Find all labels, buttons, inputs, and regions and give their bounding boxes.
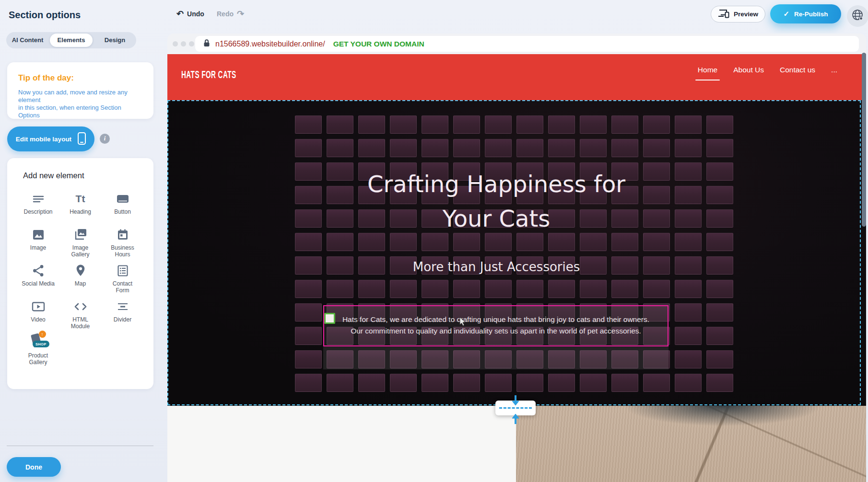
site-url: n1566589.websitebuilder.online/ xyxy=(215,40,325,48)
element-label: Description xyxy=(23,208,52,215)
phone-icon xyxy=(78,132,86,146)
add-element-video[interactable]: Video xyxy=(17,298,59,332)
tab-elements[interactable]: Elements xyxy=(50,34,93,47)
undo-button[interactable]: ↶ Undo xyxy=(176,10,204,18)
element-label: Business Hours xyxy=(111,244,134,258)
add-element-product-gallery[interactable]: ↑ SHOP Product Gallery xyxy=(17,334,59,368)
element-label: Product Gallery xyxy=(28,352,48,366)
hero-heading[interactable]: Crafting Happiness for Your Cats xyxy=(167,167,825,236)
info-icon[interactable]: i xyxy=(100,134,110,144)
address-bar[interactable]: n1566589.websitebuilder.online/ GET YOUR… xyxy=(195,36,859,52)
add-element-description[interactable]: Description xyxy=(17,191,59,224)
add-element-title: Add new element xyxy=(7,171,153,180)
add-element-divider[interactable]: Divider xyxy=(102,298,144,332)
window-dots xyxy=(173,41,194,46)
video-icon xyxy=(32,298,45,313)
contact-form-icon xyxy=(117,263,129,277)
heading-icon: Tt xyxy=(76,191,85,205)
site-nav: Home About Us Contact us ... xyxy=(698,66,837,80)
image-gallery-icon xyxy=(74,227,87,241)
mouse-cursor xyxy=(459,317,466,328)
element-label: Social Media xyxy=(22,280,55,287)
html-module-icon xyxy=(74,298,87,313)
add-element-contact-form[interactable]: Contact Form xyxy=(102,263,144,296)
image-icon xyxy=(32,227,45,241)
undo-label: Undo xyxy=(187,10,204,18)
redo-label: Redo xyxy=(217,10,234,18)
hero-section[interactable]: Crafting Happiness for Your Cats More th… xyxy=(167,100,866,406)
floor-photo xyxy=(516,406,866,482)
element-label: HTML Module xyxy=(71,316,90,330)
get-domain-link[interactable]: GET YOUR OWN DOMAIN xyxy=(333,40,424,48)
page-title: Section options xyxy=(9,10,81,21)
add-element-grid: Description Tt Heading Button Image xyxy=(7,191,153,368)
hero-heading-line2: Your Cats xyxy=(167,201,825,236)
element-label: Video xyxy=(31,316,45,323)
browser-preview: n1566589.websitebuilder.online/ GET YOUR… xyxy=(167,34,866,482)
panel-divider xyxy=(7,446,153,446)
add-element-image[interactable]: Image xyxy=(17,227,59,260)
business-hours-icon xyxy=(117,227,129,241)
upload-arrow-icon: ↑ xyxy=(39,331,46,338)
hero-heading-line1: Crafting Happiness for xyxy=(167,167,825,201)
hero-subheading[interactable]: More than Just Accessories xyxy=(167,260,825,274)
nav-contact-us[interactable]: Contact us xyxy=(780,66,815,80)
add-element-image-gallery[interactable]: Image Gallery xyxy=(59,227,102,260)
language-globe-button[interactable] xyxy=(847,5,868,27)
add-element-button[interactable]: Button xyxy=(102,191,144,224)
window-dot xyxy=(189,41,194,46)
element-label: Heading xyxy=(70,208,91,215)
product-gallery-icon: ↑ SHOP xyxy=(30,334,47,349)
app: Section options ↶ Undo Redo ↷ Preview ✓ … xyxy=(0,0,868,482)
element-label: Image xyxy=(30,244,46,251)
add-element-heading[interactable]: Tt Heading xyxy=(59,191,102,224)
redo-button[interactable]: Redo ↷ xyxy=(217,10,244,18)
republish-label: Re-Publish xyxy=(794,11,828,18)
add-element-html-module[interactable]: HTML Module xyxy=(59,298,102,332)
map-pin-icon xyxy=(74,263,87,277)
element-drag-handle[interactable] xyxy=(324,313,335,324)
done-button[interactable]: Done xyxy=(7,457,61,477)
hover-highlight-band xyxy=(323,346,669,369)
description-icon xyxy=(32,191,45,205)
hero-paragraph[interactable]: Hats for Cats, we are dedicated to craft… xyxy=(328,314,663,337)
browser-chrome: n1566589.websitebuilder.online/ GET YOUR… xyxy=(167,34,866,54)
redo-icon: ↷ xyxy=(237,10,244,18)
republish-button[interactable]: ✓ Re-Publish xyxy=(770,4,841,23)
add-element-business-hours[interactable]: Business Hours xyxy=(102,227,144,260)
page-scrollbar[interactable] xyxy=(862,53,866,227)
button-icon xyxy=(116,191,129,205)
section-resize-handle[interactable] xyxy=(495,395,536,424)
add-element-map[interactable]: Map xyxy=(59,263,102,296)
site-logo[interactable]: HATS FOR CATS xyxy=(181,69,236,81)
panel-tabs: AI Content Elements Design xyxy=(6,32,136,48)
element-label: Contact Form xyxy=(113,280,132,294)
lock-icon xyxy=(203,39,210,49)
window-dot xyxy=(181,41,186,46)
shop-badge: SHOP xyxy=(33,341,49,347)
preview-button[interactable]: Preview xyxy=(711,6,765,23)
nav-more-ellipsis[interactable]: ... xyxy=(831,66,837,80)
element-label: Button xyxy=(114,208,131,215)
globe-icon xyxy=(851,9,864,23)
tab-ai-content[interactable]: AI Content xyxy=(6,34,49,47)
nav-about-us[interactable]: About Us xyxy=(733,66,764,80)
add-element-panel: Add new element Description Tt Heading B… xyxy=(7,158,153,389)
tip-of-the-day-card: Tip of the day: Now you can add, move an… xyxy=(7,62,153,119)
social-media-icon xyxy=(32,263,45,277)
element-label: Image Gallery xyxy=(71,244,89,258)
edit-mobile-layout-button[interactable]: Edit mobile layout xyxy=(7,126,94,151)
undo-icon: ↶ xyxy=(176,10,184,18)
site-header[interactable]: HATS FOR CATS Home About Us Contact us .… xyxy=(167,54,866,100)
devices-icon xyxy=(718,9,729,20)
tab-design[interactable]: Design xyxy=(94,34,136,47)
check-icon: ✓ xyxy=(783,10,789,18)
divider-icon xyxy=(117,298,129,313)
edit-mobile-label: Edit mobile layout xyxy=(16,136,71,143)
tip-heading: Tip of the day: xyxy=(18,73,144,83)
nav-home[interactable]: Home xyxy=(698,66,717,80)
add-element-social-media[interactable]: Social Media xyxy=(17,263,59,296)
window-dot xyxy=(173,41,178,46)
tip-body: Now you can add, move and resize any ele… xyxy=(18,89,144,119)
resize-arrows-icon xyxy=(495,395,536,424)
